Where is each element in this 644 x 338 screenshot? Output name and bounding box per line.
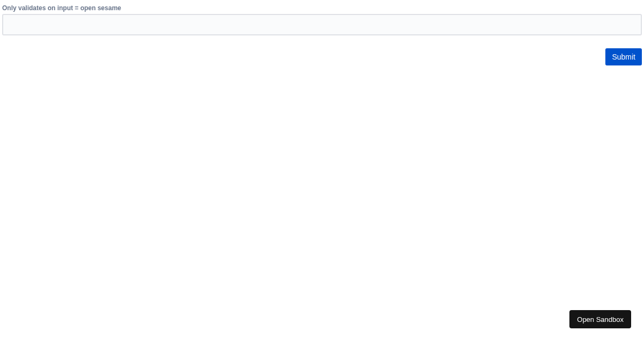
validation-input[interactable] [2,14,642,35]
form-container: Only validates on input = open sesame Su… [0,0,644,65]
open-sandbox-button[interactable]: Open Sandbox [569,310,631,328]
field-label: Only validates on input = open sesame [2,4,642,12]
button-row: Submit [2,48,642,65]
submit-button[interactable]: Submit [605,48,642,65]
